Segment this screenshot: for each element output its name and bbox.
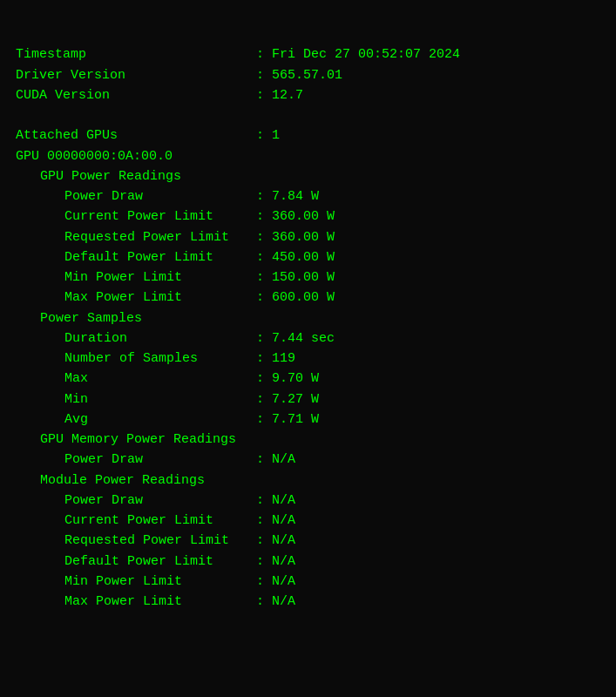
row-value: : 450.00 W: [256, 247, 335, 267]
terminal-row: Requested Power Limit: 360.00 W: [16, 227, 600, 247]
row-label: Current Power Limit: [64, 511, 256, 531]
terminal-row: Power Draw: 7.84 W: [16, 186, 600, 206]
row-label: Driver Version: [16, 65, 256, 85]
terminal-row: Current Power Limit: 360.00 W: [16, 206, 600, 227]
row-value: : N/A: [256, 450, 295, 470]
row-value: : N/A: [256, 552, 295, 572]
row-label: Max: [64, 369, 256, 389]
terminal-row: Number of Samples: 119: [16, 348, 600, 369]
terminal-row: Power Samples: [16, 308, 600, 328]
row-value: : 360.00 W: [256, 206, 335, 227]
terminal-row: Module Power Readings: [16, 470, 600, 491]
row-label: Power Samples: [40, 308, 142, 328]
terminal-row: Max Power Limit: 600.00 W: [16, 288, 600, 308]
row-value: : 7.71 W: [256, 409, 319, 430]
row-label: Min: [64, 389, 256, 409]
row-value: : 1: [256, 125, 280, 145]
row-value: : 7.84 W: [256, 186, 319, 206]
terminal-row: Min Power Limit: N/A: [16, 572, 600, 592]
row-value: : 9.70 W: [256, 369, 319, 389]
terminal-row: Power Draw: N/A: [16, 491, 600, 511]
row-label: Attached GPUs: [16, 125, 256, 145]
row-label: Max Power Limit: [64, 592, 256, 612]
terminal-row: Attached GPUs: 1: [16, 125, 600, 145]
row-label: Number of Samples: [64, 348, 256, 369]
terminal-row: Avg: 7.71 W: [16, 409, 600, 430]
terminal-row: Driver Version: 565.57.01: [16, 65, 600, 85]
terminal-row: Current Power Limit: N/A: [16, 511, 600, 531]
terminal-row: GPU 00000000:0A:00.0: [16, 146, 600, 166]
row-label: Requested Power Limit: [64, 227, 256, 247]
terminal-row: Min Power Limit: 150.00 W: [16, 267, 600, 288]
terminal-row: Timestamp: Fri Dec 27 00:52:07 2024: [16, 44, 600, 64]
row-label: Power Draw: [64, 450, 256, 470]
row-value: : 12.7: [256, 85, 303, 105]
row-label: Power Draw: [64, 491, 256, 511]
terminal-row: CUDA Version: 12.7: [16, 85, 600, 105]
terminal-row: GPU Memory Power Readings: [16, 430, 600, 450]
row-value: : 360.00 W: [256, 227, 335, 247]
terminal-row: Requested Power Limit: N/A: [16, 531, 600, 551]
row-value: : Fri Dec 27 00:52:07 2024: [256, 44, 460, 64]
row-value: : 150.00 W: [256, 267, 335, 288]
row-value: : 119: [256, 348, 295, 369]
row-value: : N/A: [256, 511, 295, 531]
row-label: GPU 00000000:0A:00.0: [16, 146, 173, 166]
row-label: Requested Power Limit: [64, 531, 256, 551]
row-label: Default Power Limit: [64, 247, 256, 267]
terminal-row: Power Draw: N/A: [16, 450, 600, 470]
row-value: : N/A: [256, 491, 295, 511]
row-value: : 7.27 W: [256, 389, 319, 409]
terminal-output: Timestamp: Fri Dec 27 00:52:07 2024Drive…: [16, 44, 600, 612]
row-label: Timestamp: [16, 44, 256, 64]
terminal-row: Max: 9.70 W: [16, 369, 600, 389]
row-value: : 600.00 W: [256, 288, 335, 308]
row-label: Min Power Limit: [64, 572, 256, 592]
row-label: GPU Power Readings: [40, 166, 181, 186]
row-label: Avg: [64, 409, 256, 430]
row-label: Module Power Readings: [40, 470, 205, 491]
row-label: Max Power Limit: [64, 288, 256, 308]
terminal-row: Max Power Limit: N/A: [16, 592, 600, 612]
terminal-row: Min: 7.27 W: [16, 389, 600, 409]
row-value: : 565.57.01: [256, 65, 342, 85]
row-value: : N/A: [256, 572, 295, 592]
terminal-window: Timestamp: Fri Dec 27 00:52:07 2024Drive…: [16, 14, 600, 612]
row-label: Duration: [64, 328, 256, 348]
row-label: Default Power Limit: [64, 552, 256, 572]
terminal-row: GPU Power Readings: [16, 166, 600, 186]
row-label: Power Draw: [64, 186, 256, 206]
row-label: Current Power Limit: [64, 206, 256, 227]
terminal-row: Default Power Limit: 450.00 W: [16, 247, 600, 267]
terminal-row: Default Power Limit: N/A: [16, 552, 600, 572]
row-value: : N/A: [256, 592, 295, 612]
row-value: : 7.44 sec: [256, 328, 335, 348]
row-label: CUDA Version: [16, 85, 256, 105]
row-label: GPU Memory Power Readings: [40, 430, 236, 450]
row-value: : N/A: [256, 531, 295, 551]
row-label: Min Power Limit: [64, 267, 256, 288]
terminal-row: Duration: 7.44 sec: [16, 328, 600, 348]
